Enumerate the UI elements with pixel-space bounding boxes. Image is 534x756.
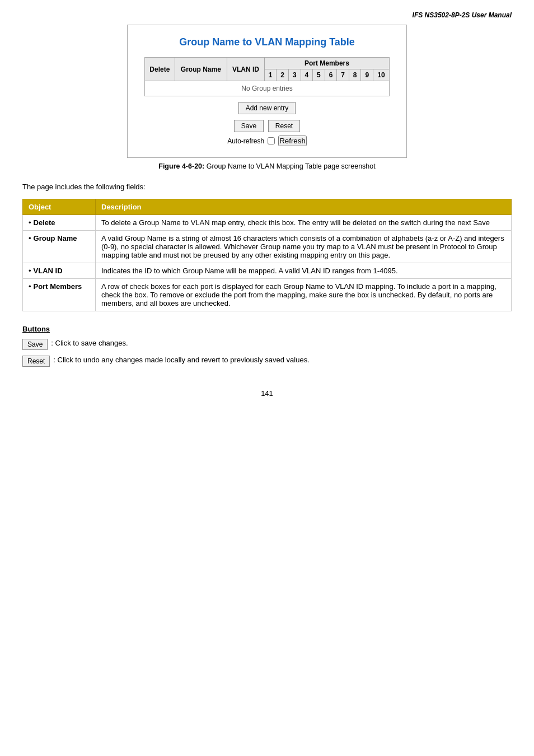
screenshot-title: Group Name to VLAN Mapping Table: [144, 36, 390, 48]
desc-port-members: A row of check boxes for each port is di…: [96, 279, 512, 311]
table-row: •Delete To delete a Group Name to VLAN m…: [23, 215, 512, 231]
object-port-members: •Port Members: [23, 279, 96, 311]
vlan-mapping-table: Delete Group Name VLAN ID Port Members 1…: [144, 57, 390, 96]
auto-refresh-row: Auto-refresh Refresh: [144, 136, 390, 146]
col-port-5: 5: [313, 69, 325, 81]
auto-refresh-checkbox[interactable]: [268, 137, 275, 144]
save-inline-button[interactable]: Save: [22, 339, 48, 350]
bullet-icon: •: [29, 282, 31, 291]
bullet-icon: •: [29, 234, 31, 242]
add-new-entry-button[interactable]: Add new entry: [238, 102, 296, 114]
desc-delete: To delete a Group Name to VLAN map entry…: [96, 215, 512, 231]
reset-description: Reset : Click to undo any changes made l…: [22, 356, 512, 367]
col-header-object: Object: [23, 199, 96, 215]
no-entries-text: No Group entries: [145, 81, 390, 96]
col-port-members: Port Members: [264, 58, 389, 69]
bullet-icon: •: [29, 267, 31, 275]
intro-text: The page includes the following fields:: [22, 183, 512, 191]
object-vlan-id: •VLAN ID: [23, 263, 96, 279]
auto-refresh-label: Auto-refresh: [227, 137, 264, 145]
buttons-section: Buttons Save : Click to save changes. Re…: [22, 325, 512, 367]
col-group-name: Group Name: [175, 58, 227, 81]
col-port-2: 2: [277, 69, 289, 81]
screenshot-container: Group Name to VLAN Mapping Table Delete …: [127, 25, 407, 158]
add-entry-row: Add new entry: [144, 102, 390, 114]
reset-desc-text: : Click to undo any changes made locally…: [53, 356, 309, 364]
col-header-description: Description: [96, 199, 512, 215]
figure-caption-bold: Figure 4-6-20:: [158, 162, 204, 170]
col-delete: Delete: [145, 58, 175, 81]
col-port-10: 10: [373, 69, 390, 81]
desc-group-name: A valid Group Name is a string of almost…: [96, 231, 512, 263]
page-number: 141: [22, 389, 512, 398]
refresh-button[interactable]: Refresh: [278, 136, 307, 146]
save-button[interactable]: Save: [234, 120, 264, 132]
col-vlan-id: VLAN ID: [227, 58, 264, 81]
col-port-9: 9: [361, 69, 373, 81]
col-port-8: 8: [349, 69, 361, 81]
figure-caption: Figure 4-6-20: Group Name to VLAN Mappin…: [22, 162, 512, 170]
object-group-name: •Group Name: [23, 231, 96, 263]
col-port-7: 7: [337, 69, 349, 81]
reset-button[interactable]: Reset: [268, 120, 300, 132]
reset-inline-button[interactable]: Reset: [22, 356, 50, 367]
save-reset-row: Save Reset: [144, 120, 390, 132]
table-row: •VLAN ID Indicates the ID to which Group…: [23, 263, 512, 279]
table-row: •Group Name A valid Group Name is a stri…: [23, 231, 512, 263]
no-entries-row: No Group entries: [145, 81, 390, 96]
object-delete: •Delete: [23, 215, 96, 231]
description-table: Object Description •Delete To delete a G…: [22, 199, 512, 311]
col-port-3: 3: [288, 69, 301, 81]
manual-title: IFS NS3502-8P-2S User Manual: [22, 11, 512, 19]
save-description: Save : Click to save changes.: [22, 339, 512, 350]
col-port-6: 6: [325, 69, 337, 81]
col-port-4: 4: [301, 69, 313, 81]
save-desc-text: : Click to save changes.: [51, 339, 128, 347]
bullet-icon: •: [29, 218, 31, 227]
table-row: •Port Members A row of check boxes for e…: [23, 279, 512, 311]
desc-vlan-id: Indicates the ID to which Group Name wil…: [96, 263, 512, 279]
figure-caption-text: Group Name to VLAN Mapping Table page sc…: [204, 162, 376, 170]
col-port-1: 1: [264, 69, 277, 81]
buttons-heading: Buttons: [22, 325, 512, 333]
